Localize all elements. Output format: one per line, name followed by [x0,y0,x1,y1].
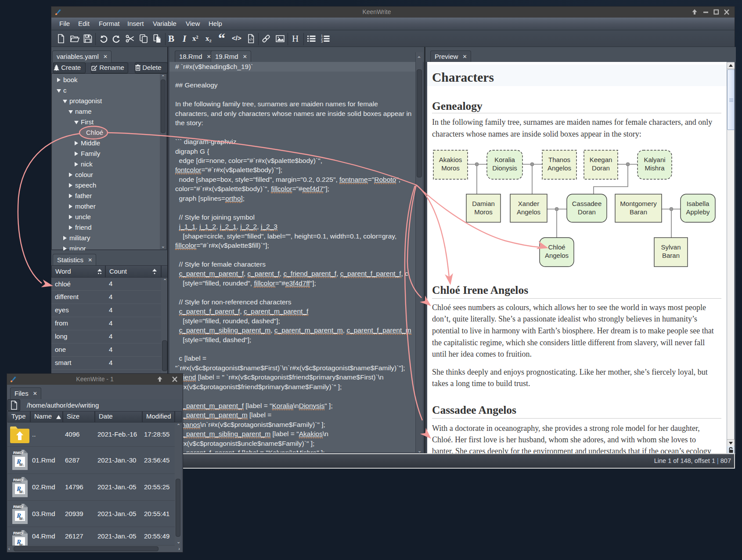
svg-text:Doran: Doran [592,164,610,172]
svg-text:Koralia: Koralia [494,156,515,163]
svg-text:Doran: Doran [578,208,596,216]
svg-text:M↓: M↓ [19,490,25,494]
svg-text:M↓: M↓ [19,462,25,467]
svg-text:3: 3 [321,40,323,43]
svg-text:Baran: Baran [662,252,680,259]
svg-text:Keegan: Keegan [590,156,612,163]
svg-text:Moros: Moros [474,208,493,216]
svg-text:Angelos: Angelos [547,164,571,172]
svg-text:Damian: Damian [472,200,495,207]
svg-text:RMD: RMD [13,477,23,482]
svg-text:Moros: Moros [441,164,460,172]
svg-text:Cassadee: Cassadee [572,200,602,207]
svg-text:Angelos: Angelos [545,252,569,259]
svg-text:Akakios: Akakios [439,156,462,163]
svg-text:Dionysis: Dionysis [492,164,517,172]
svg-text:Appleby: Appleby [686,208,710,216]
svg-text:RMD: RMD [13,450,23,455]
svg-text:Xander: Xander [518,200,539,207]
svg-text:Isabella: Isabella [687,200,710,207]
svg-text:Sylvan: Sylvan [661,243,681,251]
svg-text:“: “ [218,33,225,44]
svg-text:Montgomery: Montgomery [620,200,657,207]
svg-text:RMD: RMD [13,504,23,509]
svg-text:Chloé: Chloé [548,243,565,251]
svg-text:M↓: M↓ [19,517,25,521]
svg-text:Angelos: Angelos [517,208,540,216]
svg-text:Kalyani: Kalyani [644,156,665,163]
svg-text:RMD: RMD [13,531,23,535]
svg-text:Mishra: Mishra [645,164,665,172]
svg-text:Thanos: Thanos [548,156,570,163]
svg-text:‹/›: ‹/› [249,37,253,42]
svg-text:Baran: Baran [630,208,647,216]
